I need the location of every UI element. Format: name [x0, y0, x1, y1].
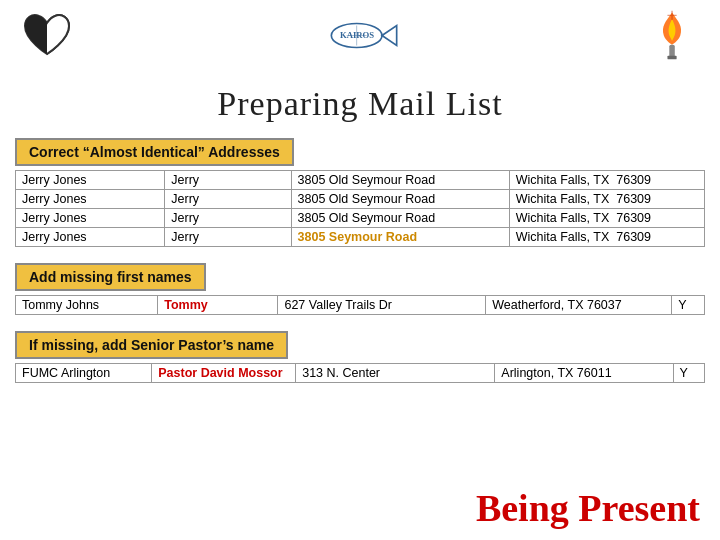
cell-first: Jerry [165, 171, 291, 190]
cell-address: 3805 Old Seymour Road [291, 209, 509, 228]
cell-address: 627 Valley Trails Dr [278, 296, 486, 315]
table-row: FUMC Arlington Pastor David Mossor 313 N… [16, 364, 705, 383]
svg-rect-6 [669, 45, 675, 58]
cell-first: Jerry [165, 190, 291, 209]
header: KAIROS [0, 0, 720, 15]
table-row: Tommy Johns Tommy 627 Valley Trails Dr W… [16, 296, 705, 315]
cell-name: Jerry Jones [16, 209, 165, 228]
logo-left [20, 8, 75, 67]
logo-right [645, 8, 700, 67]
section-identical-label: Correct “Almost Identical” Addresses [15, 138, 294, 166]
cell-city: Weatherford, TX 76037 [486, 296, 672, 315]
section-missing-names-label: Add missing first names [15, 263, 206, 291]
svg-rect-7 [667, 56, 676, 60]
senior-pastor-table: FUMC Arlington Pastor David Mossor 313 N… [15, 363, 705, 383]
cell-flag: Y [673, 364, 704, 383]
section-senior-pastor: If missing, add Senior Pastor’s name FUM… [0, 321, 720, 383]
cell-address-highlighted: 3805 Seymour Road [291, 228, 509, 247]
page-title: Preparing Mail List [0, 85, 720, 123]
cell-name: Jerry Jones [16, 228, 165, 247]
logo-center: KAIROS [320, 8, 400, 67]
cell-city: Wichita Falls, TX 76309 [509, 190, 704, 209]
section-senior-pastor-label: If missing, add Senior Pastor’s name [15, 331, 288, 359]
cell-first-highlighted: Tommy [158, 296, 278, 315]
cell-city: Wichita Falls, TX 76309 [509, 228, 704, 247]
cell-city: Wichita Falls, TX 76309 [509, 171, 704, 190]
table-row-highlighted: Jerry Jones Jerry 3805 Seymour Road Wich… [16, 228, 705, 247]
missing-names-table: Tommy Johns Tommy 627 Valley Trails Dr W… [15, 295, 705, 315]
cell-name: Jerry Jones [16, 171, 165, 190]
cell-name: FUMC Arlington [16, 364, 152, 383]
cell-pastor-highlighted: Pastor David Mossor [152, 364, 296, 383]
cell-name: Tommy Johns [16, 296, 158, 315]
identical-addresses-table: Jerry Jones Jerry 3805 Old Seymour Road … [15, 170, 705, 247]
cell-name: Jerry Jones [16, 190, 165, 209]
cell-first: Jerry [165, 209, 291, 228]
cell-address: 3805 Old Seymour Road [291, 171, 509, 190]
table-row: Jerry Jones Jerry 3805 Old Seymour Road … [16, 171, 705, 190]
cell-address: 3805 Old Seymour Road [291, 190, 509, 209]
main-content: Correct “Almost Identical” Addresses Jer… [0, 123, 720, 383]
cell-city: Wichita Falls, TX 76309 [509, 209, 704, 228]
table-row: Jerry Jones Jerry 3805 Old Seymour Road … [16, 190, 705, 209]
table-row: Jerry Jones Jerry 3805 Old Seymour Road … [16, 209, 705, 228]
cell-flag: Y [672, 296, 705, 315]
being-present-text: Being Present [476, 486, 700, 530]
cell-address: 313 N. Center [296, 364, 495, 383]
cell-first: Jerry [165, 228, 291, 247]
cell-city: Arlington, TX 76011 [495, 364, 673, 383]
section-identical: Correct “Almost Identical” Addresses Jer… [0, 128, 720, 247]
section-missing-names: Add missing first names Tommy Johns Tomm… [0, 253, 720, 315]
